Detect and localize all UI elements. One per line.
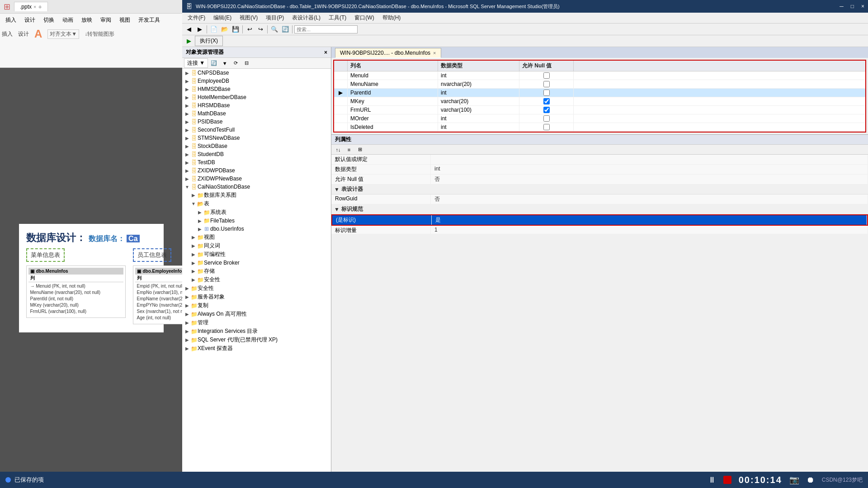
chk-null-morder[interactable]	[543, 115, 550, 122]
cp-sort-asc[interactable]: ↑↓	[333, 145, 343, 155]
tree-expand-alwayson[interactable]: ▶	[184, 312, 190, 317]
status-cam-btn[interactable]: 📷	[789, 475, 799, 485]
oe-collapse[interactable]: ⊟	[241, 58, 251, 68]
table-row-mkey[interactable]: MKey varchar(20)	[334, 97, 865, 106]
menu-view[interactable]: 视图(V)	[236, 13, 261, 23]
tree-cainio-filetbl[interactable]: ▶ 📁 FileTables	[182, 217, 331, 225]
execute-button[interactable]: 执行(X)	[195, 36, 223, 46]
tree-expand-cainio-filetbl[interactable]: ▶	[197, 218, 203, 223]
cp-sort-cat[interactable]: ≡	[344, 145, 354, 155]
tb-redo[interactable]: ↪	[255, 24, 265, 34]
tree-expand-cainio-prog[interactable]: ▶	[190, 252, 197, 257]
ppt-tab[interactable]: .pptx × +	[14, 2, 48, 11]
ppt-ribbon-design-btn[interactable]: 设计	[18, 30, 29, 38]
chk-null-parentid[interactable]	[543, 90, 550, 96]
tree-zxidwn[interactable]: ▶ 🗄 ZXIDWPNewBase	[182, 175, 331, 183]
prop-value-rowguid[interactable]: 否	[431, 194, 868, 204]
oe-connect-btn[interactable]: 连接 ▼	[184, 58, 208, 68]
ppt-tab-close[interactable]: ×	[33, 4, 36, 9]
ppt-ribbon-insert-btn[interactable]: 插入	[2, 30, 13, 38]
oe-close[interactable]: ×	[324, 49, 327, 56]
td-null-frmurl[interactable]	[519, 106, 574, 114]
tree-expand-cainio-store[interactable]: ▶	[190, 269, 197, 274]
tree-second[interactable]: ▶ 🗄 SecondTestFull	[182, 126, 331, 134]
tree-expand-second[interactable]: ▶	[184, 128, 190, 133]
tree-stock[interactable]: ▶ 🗄 StockDBase	[182, 142, 331, 150]
ssms-maximize[interactable]: □	[851, 3, 854, 9]
tree-cainio-syn[interactable]: ▶ 📁 同义词	[182, 242, 331, 250]
td-name-mkey[interactable]: MKey	[348, 97, 438, 105]
ssms-minimize[interactable]: ─	[840, 3, 844, 9]
prop-section-identity[interactable]: ▼ 标识规范	[331, 204, 868, 214]
status-stop-btn[interactable]	[723, 476, 731, 484]
tree-svrobjs[interactable]: ▶ 📁 服务器对象	[182, 293, 331, 301]
chk-null-frmurl[interactable]	[543, 107, 550, 113]
prop-row-datatype[interactable]: 数据类型 int	[331, 165, 868, 175]
prop-row-nullable[interactable]: 允许 Null 值 否	[331, 175, 868, 185]
tb-save[interactable]: 💾	[231, 24, 241, 34]
tree-expand-zxidw[interactable]: ▶	[184, 168, 190, 173]
td-name-menuname[interactable]: MenuName	[348, 80, 438, 88]
tree-expand-stock[interactable]: ▶	[184, 144, 190, 149]
tree-expand-hmmsd[interactable]: ▶	[184, 87, 190, 92]
tree-cainio-sec[interactable]: ▶ 📁 安全性	[182, 275, 331, 284]
prop-value-datatype[interactable]: int	[431, 165, 868, 174]
ppt-tab-add[interactable]: +	[38, 3, 42, 10]
td-name-morder[interactable]: MOrder	[348, 114, 438, 123]
tree-expand-stms[interactable]: ▶	[184, 136, 190, 141]
tree-zxidw[interactable]: ▶ 🗄 ZXIDWPDBase	[182, 166, 331, 175]
tree-alwayson[interactable]: ▶ 📁 Always On 高可用性	[182, 310, 331, 318]
ppt-menu-animations[interactable]: 动画	[59, 15, 77, 25]
menu-tools[interactable]: 工具(T)	[325, 13, 350, 23]
menu-tabledesigner[interactable]: 表设计器(L)	[288, 13, 324, 23]
oe-refresh[interactable]: 🔄	[209, 58, 219, 68]
tree-math[interactable]: ▶ 🗄 MathDBase	[182, 109, 331, 118]
tree-intsvcs[interactable]: ▶ 📁 Integration Services 目录	[182, 327, 331, 336]
ppt-ribbon-convert-btn[interactable]: ↓转智能图形	[85, 30, 114, 38]
tree-expand-xevent[interactable]: ▶	[184, 346, 190, 351]
table-row-isdeleted[interactable]: IsDeleted int	[334, 123, 865, 132]
tree-cainio-svcbrk[interactable]: ▶ 📁 Service Broker	[182, 259, 331, 267]
tb-back[interactable]: ◀	[184, 24, 194, 34]
prop-row-idincrement[interactable]: 标识增量 1	[331, 226, 868, 234]
oe-filter[interactable]: ▼	[220, 58, 230, 68]
tree-hotel[interactable]: ▶ 🗄 HotelMemberDBase	[182, 93, 331, 101]
ppt-ribbon-align-btn[interactable]: 对齐文本▼	[47, 29, 79, 39]
menu-help[interactable]: 帮助(H)	[379, 13, 405, 23]
ssms-close[interactable]: ×	[861, 3, 864, 9]
tree-expand-cainio-sys[interactable]: ▶	[197, 210, 203, 215]
oe-sync[interactable]: ⟳	[231, 58, 241, 68]
menu-file[interactable]: 文件(F)	[184, 13, 209, 23]
tree-cainio-tables[interactable]: ▼ 📂 表	[182, 199, 331, 208]
tree-expand-cainio-tables[interactable]: ▼	[190, 201, 197, 206]
prop-section-tabledesigner[interactable]: ▼ 表设计器	[331, 185, 868, 194]
tree-expand-cainio-sec[interactable]: ▶	[190, 277, 197, 282]
prop-row-rowguid[interactable]: RowGuid 否	[331, 194, 868, 204]
table-row-menuname[interactable]: MenuName nvarchar(20)	[334, 80, 865, 89]
ppt-menu-insert[interactable]: 插入	[2, 15, 20, 25]
prop-value-idincrement[interactable]: 1	[431, 226, 868, 234]
ppt-menu-view[interactable]: 视图	[116, 15, 134, 25]
tree-expand-cainio-syn[interactable]: ▶	[190, 243, 197, 248]
menu-project[interactable]: 项目(P)	[262, 13, 288, 23]
tree-expand-mgmt[interactable]: ▶	[184, 320, 190, 325]
doc-tab-close[interactable]: ×	[433, 50, 436, 56]
status-rec-btn[interactable]: ⏺	[807, 475, 815, 485]
tree-sqlagent[interactable]: ▶ 📁 SQL Server 代理(已禁用代理 XP)	[182, 336, 331, 344]
tree-expand-cainio-dbdiag[interactable]: ▶	[190, 193, 197, 198]
tree-expand-sec-global[interactable]: ▶	[184, 286, 190, 291]
doc-tab-menuinfos[interactable]: WIN-9OBPSIJ220.... - dbo.MenuInfos ×	[335, 48, 441, 58]
chk-null-isdeleted[interactable]	[543, 124, 550, 130]
ppt-menu-transitions[interactable]: 切换	[40, 15, 58, 25]
td-name-parentid[interactable]: ParentId	[348, 89, 438, 97]
tb-new[interactable]: 📄	[209, 24, 219, 34]
ppt-menu-design[interactable]: 设计	[21, 15, 39, 25]
chk-null-mkey[interactable]	[543, 98, 550, 104]
td-null-menuname[interactable]	[519, 80, 574, 88]
ppt-menu-review[interactable]: 审阅	[97, 15, 115, 25]
td-null-mkey[interactable]	[519, 97, 574, 105]
menu-edit[interactable]: 编辑(E)	[210, 13, 235, 23]
chk-null-menuid[interactable]	[543, 72, 550, 79]
prop-section-id-collapse[interactable]: ▼	[334, 206, 340, 213]
tree-expand-cainio-svcbrk[interactable]: ▶	[190, 261, 197, 265]
